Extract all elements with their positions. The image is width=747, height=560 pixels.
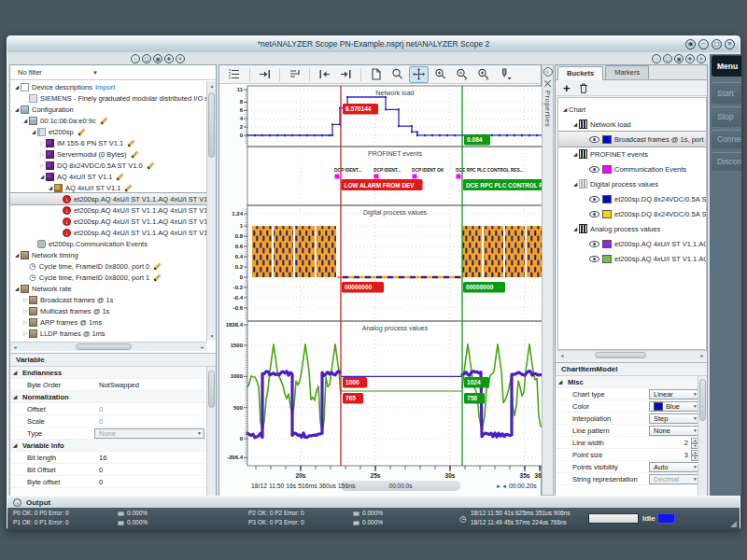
section-expander-icon[interactable]: ◢	[13, 370, 17, 375]
tree-item[interactable]: ◢Configuration	[10, 104, 207, 115]
tree-expander-icon[interactable]: ▷	[38, 162, 46, 168]
tree-item[interactable]: ▷IM 155-6 PN ST V1.1	[10, 137, 207, 148]
tree-expander-icon[interactable]: ◢	[47, 185, 54, 190]
minimize-dock-icon[interactable]: −	[652, 54, 661, 63]
tree-item[interactable]: ↓et200sp.AQ 4xU/I ST V1.1.AQ 4xU/I ST V1…	[10, 216, 207, 227]
property-row[interactable]: Scale0	[10, 415, 216, 427]
scrollbar-thumb[interactable]	[595, 352, 646, 358]
tree-expander-icon[interactable]: ◢	[571, 226, 579, 231]
tree-horizontal-scrollbar[interactable]: ◄ ►	[10, 342, 207, 351]
scroll-down-icon[interactable]: ▼	[207, 331, 217, 341]
property-row[interactable]: TypeNone▼	[10, 427, 216, 440]
tree-item[interactable]: ◢AQ 4xU/I ST V1.1	[10, 171, 207, 182]
chart-item-row[interactable]: ◢Network load	[558, 117, 706, 132]
tree-expander-icon[interactable]: ◢	[38, 174, 46, 179]
tree-item[interactable]: ◢Network timing	[10, 249, 207, 260]
chart-item-row[interactable]: et200sp.AQ 4xU/I ST V1.1.AQ 4xU/I	[558, 236, 706, 251]
tree-vertical-scrollbar[interactable]: ▲ ▼	[206, 81, 216, 341]
property-dropdown[interactable]: Linear▼	[649, 389, 700, 399]
pin-dock-icon[interactable]: ✚	[164, 54, 174, 63]
tree-horizontal-scrollbar[interactable]: ◄ ►	[557, 350, 707, 359]
chevron-down-icon[interactable]: ▼	[197, 430, 202, 436]
chart-item-row[interactable]: Communication Events	[558, 161, 706, 176]
tree-item[interactable]: ▷DQ 8x24VDC/0.5A ST V1.0	[10, 160, 207, 171]
edit-pencil-icon[interactable]	[127, 139, 134, 147]
visibility-eye-icon[interactable]	[589, 211, 599, 217]
property-row[interactable]: Offset0	[10, 403, 216, 415]
jump-start-tool-button[interactable]	[315, 66, 334, 83]
import-link[interactable]: Import	[95, 83, 115, 91]
tree-expander-icon[interactable]: ▷	[21, 308, 29, 314]
tree-expander-icon[interactable]: ▷	[21, 330, 29, 336]
tree-item[interactable]: ▷LLDP frames @ 1ms	[10, 328, 207, 339]
grid-vertical-scrollbar[interactable]	[698, 376, 707, 497]
tree-expander-icon[interactable]: ◢	[13, 286, 21, 291]
property-row[interactable]: InterpolationStep▼	[556, 413, 707, 425]
tree-item[interactable]: ◢00:1c:06:0a:e0:9c	[10, 115, 207, 126]
tree-item[interactable]: ◢Network rate	[10, 283, 207, 294]
filter-dropdown[interactable]: No filter ▼	[10, 65, 216, 80]
tree-item[interactable]: ▷Servermodul (0 Bytes)	[10, 148, 207, 160]
restore-button[interactable]: ▢	[712, 39, 722, 49]
tree-expander-icon[interactable]: ▷	[38, 140, 46, 146]
trash-icon[interactable]	[578, 82, 589, 94]
tree-item[interactable]: ▷Broadcast frames @ 1s	[10, 294, 207, 305]
tree-expander-icon[interactable]: ◢	[561, 106, 569, 112]
property-row[interactable]: ColorBlue▼	[556, 400, 707, 413]
tree-item[interactable]: ◢et200sp	[10, 126, 207, 137]
property-dropdown[interactable]: None▼	[649, 426, 700, 436]
pin-dock-icon[interactable]: ✚	[685, 54, 695, 63]
tree-expander-icon[interactable]: ◢	[13, 106, 21, 112]
tree-item[interactable]: ◢AQ 4xU/I ST V1.1	[10, 182, 207, 193]
report-tool-button[interactable]	[366, 66, 386, 83]
chart-item-row[interactable]: ◢Digital process values	[558, 176, 706, 191]
tree-item[interactable]: ↓et200sp.AQ 4xU/I ST V1.1.AQ 4xU/I ST V1…	[10, 204, 207, 216]
tracks-tool-button[interactable]	[225, 66, 245, 83]
tree-expander-icon[interactable]: ▷	[21, 297, 29, 302]
zoom-out-tool-button[interactable]: x	[452, 66, 472, 83]
tree-item[interactable]: ↓et200sp.AQ 4xU/I ST V1.1.AQ 4xU/I ST V1…	[10, 193, 207, 204]
chart-item-row[interactable]: ◢PROFINET events	[558, 147, 706, 161]
stop-button[interactable]: Stop	[712, 106, 741, 127]
tree-expander-icon[interactable]: ◢	[571, 121, 579, 127]
property-row[interactable]: Byte OrderNotSwapped	[10, 379, 216, 391]
expand-properties-button[interactable]: ›	[543, 67, 553, 77]
scroll-right-icon[interactable]: ►	[198, 343, 207, 352]
resize-grip[interactable]: ◢	[730, 520, 737, 528]
legend-tool-button[interactable]	[285, 66, 304, 83]
search-tool-button[interactable]	[388, 66, 407, 83]
edit-pencil-icon[interactable]	[125, 184, 133, 191]
property-row[interactable]: String representationDecimal▼	[556, 473, 707, 485]
chart-item-row[interactable]: et200sp.DQ 8x24VDC/0.5A ST V1.0.	[558, 206, 706, 221]
section-expander-icon[interactable]: ◢	[13, 394, 17, 399]
tree-expander-icon[interactable]: ◢	[21, 118, 29, 123]
tree-item[interactable]: ▷Multicast frames @ 1s	[10, 305, 207, 316]
property-dropdown[interactable]: None▼	[94, 428, 204, 439]
property-row[interactable]: Bit length16	[10, 452, 216, 464]
visibility-eye-icon[interactable]	[589, 136, 599, 143]
edit-pencil-icon[interactable]	[131, 150, 138, 158]
scroll-right-icon[interactable]: ►	[698, 351, 707, 360]
tree-expander-icon[interactable]: ▷	[21, 319, 29, 325]
minimize-button[interactable]: −	[698, 39, 709, 49]
move-tool-button[interactable]	[409, 66, 429, 83]
section-expander-icon[interactable]: ◢	[13, 442, 17, 448]
tree-item[interactable]: ▷ARP frames @ 1ms	[10, 316, 207, 328]
property-row[interactable]: Point size3▲▼	[556, 449, 707, 461]
zoom-x-tool-button[interactable]: x	[473, 66, 493, 83]
close-dock-icon[interactable]: ✕	[176, 54, 185, 63]
dock-dock-icon[interactable]: ▣	[153, 54, 162, 63]
scrollbar-thumb[interactable]	[208, 371, 215, 408]
tree-expander-icon[interactable]: ◢	[13, 252, 21, 258]
scrollbar-thumb[interactable]	[699, 379, 706, 421]
visibility-eye-icon[interactable]	[589, 256, 599, 262]
start-button[interactable]: Start	[712, 82, 741, 104]
grid-vertical-scrollbar[interactable]	[206, 367, 216, 497]
tab-markers[interactable]: Markers	[605, 65, 649, 79]
tree-expander-icon[interactable]: ◢	[571, 181, 579, 187]
chart-item-row[interactable]: ◢Analog process values	[558, 221, 706, 236]
jump-end-tool-button[interactable]	[336, 66, 356, 83]
tree-item[interactable]: SIEMENS - Finely graduated modular distr…	[10, 92, 207, 104]
float-dock-icon[interactable]: ▢	[663, 54, 672, 63]
property-row[interactable]: Line width2▲▼	[556, 437, 707, 449]
